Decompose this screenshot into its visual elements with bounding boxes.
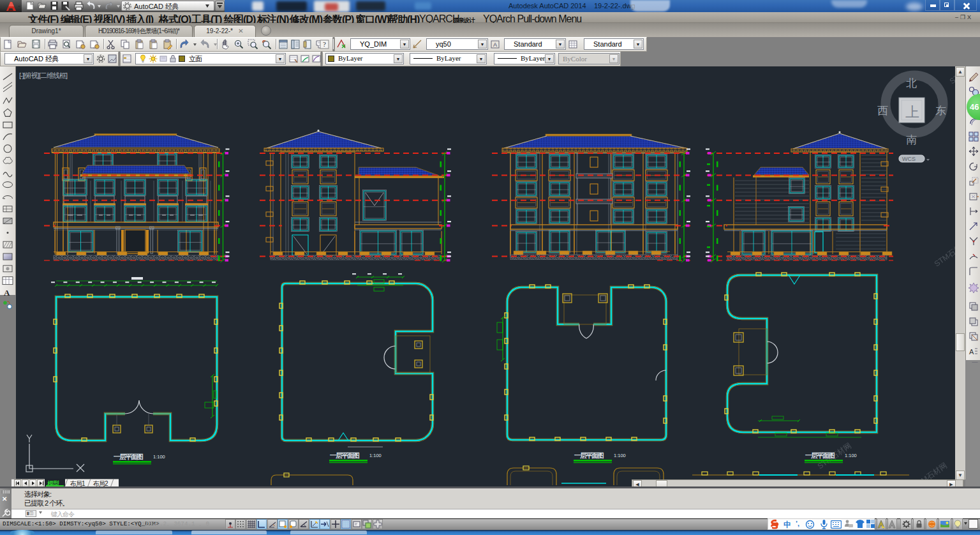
- svg-text:南: 南: [906, 134, 917, 146]
- svg-text:1:100: 1:100: [845, 453, 857, 458]
- svg-text:一层平面图: 一层平面图: [574, 451, 604, 459]
- svg-text:一层平面图: 一层平面图: [805, 451, 835, 459]
- svg-text:东: 东: [935, 105, 946, 117]
- svg-text:一层平面图: 一层平面图: [330, 451, 359, 459]
- svg-text:?: ?: [323, 40, 326, 48]
- svg-text:上: 上: [905, 104, 919, 120]
- svg-text:1:100: 1:100: [614, 453, 626, 458]
- svg-text:A: A: [969, 348, 974, 356]
- svg-text:[-][俯视][二维线框]: [-][俯视][二维线框]: [19, 72, 68, 79]
- svg-text:A: A: [493, 41, 497, 48]
- svg-text:1:100: 1:100: [153, 454, 165, 460]
- svg-text:1:100: 1:100: [369, 453, 382, 458]
- svg-text:一层平面图: 一层平面图: [114, 453, 143, 460]
- svg-text:北: 北: [906, 77, 917, 89]
- svg-text:A: A: [4, 288, 10, 298]
- svg-text:西: 西: [877, 105, 888, 117]
- svg-text:WCS: WCS: [902, 156, 916, 162]
